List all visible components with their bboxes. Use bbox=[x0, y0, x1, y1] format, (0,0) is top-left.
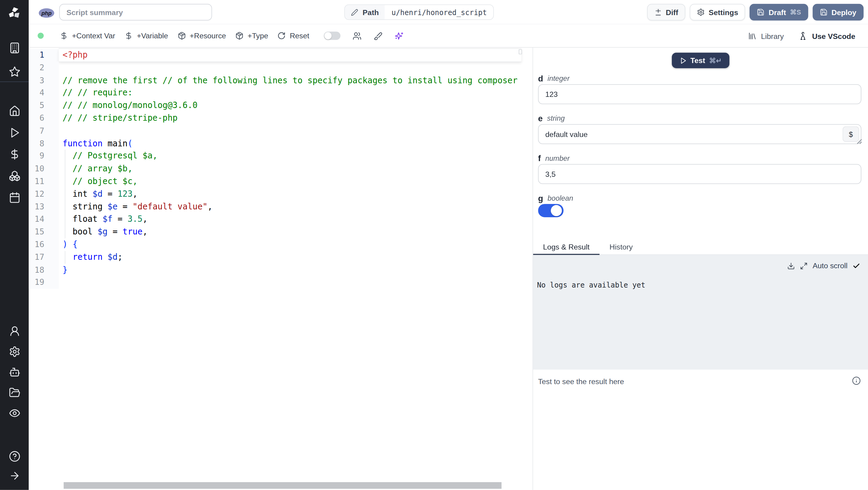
ai-assistant-button[interactable] bbox=[395, 31, 403, 40]
dollar-icon bbox=[125, 32, 133, 40]
sidebar-item-resources[interactable] bbox=[0, 165, 29, 187]
diff-button[interactable]: Diff bbox=[647, 4, 686, 21]
sidebar-group-footer bbox=[0, 446, 29, 486]
code-line[interactable]: 6// // stripe/stripe-php bbox=[29, 112, 532, 125]
line-number: 5 bbox=[29, 99, 59, 112]
deploy-label: Deploy bbox=[832, 8, 857, 17]
line-content bbox=[59, 62, 522, 74]
sidebar-item-home[interactable] bbox=[0, 100, 29, 122]
sidebar-item-help[interactable] bbox=[0, 446, 29, 466]
settings-button[interactable]: Settings bbox=[690, 4, 745, 21]
code-line[interactable]: 16) { bbox=[29, 238, 532, 251]
tab-logs-result[interactable]: Logs & Result bbox=[533, 240, 599, 255]
boolean-toggle-g[interactable] bbox=[538, 204, 563, 217]
sidebar-item-settings[interactable] bbox=[0, 341, 29, 362]
script-summary-input[interactable] bbox=[59, 4, 212, 21]
test-button[interactable]: Test ⌘↵ bbox=[672, 53, 730, 68]
line-content: // remove the first // of the following … bbox=[59, 74, 522, 87]
param-name: d bbox=[538, 73, 543, 83]
code-line[interactable]: 7 bbox=[29, 125, 532, 137]
code-line[interactable]: 8function main( bbox=[29, 137, 532, 150]
code-line[interactable]: 11 // object $c, bbox=[29, 175, 532, 188]
field-input-f[interactable] bbox=[538, 164, 861, 184]
indent-guide bbox=[65, 150, 65, 238]
add-context-var-button[interactable]: +Context Var bbox=[60, 32, 115, 40]
field-label-g: g boolean bbox=[538, 193, 573, 203]
path-editor[interactable]: Path u/henri/honored_script bbox=[344, 4, 494, 20]
sidebar-item-users[interactable] bbox=[0, 321, 29, 341]
topbar-actions: Diff Settings Draft ⌘S Deploy bbox=[647, 4, 864, 21]
help-icon bbox=[8, 451, 20, 462]
eye-icon bbox=[8, 407, 20, 419]
app-window: php Path u/henri/honored_script Diff Set… bbox=[0, 0, 868, 490]
code-line[interactable]: 17 return $d; bbox=[29, 251, 532, 264]
windmill-logo[interactable] bbox=[7, 6, 22, 21]
code-line[interactable]: 1<?php bbox=[29, 49, 532, 62]
multiplayer-toggle[interactable] bbox=[324, 32, 340, 40]
add-resource-button[interactable]: +Resource bbox=[178, 32, 226, 40]
library-label: Library bbox=[761, 32, 784, 40]
sidebar-item-variables[interactable] bbox=[0, 144, 29, 165]
code-line[interactable]: 3// remove the first // of the following… bbox=[29, 74, 532, 87]
reset-button[interactable]: Reset bbox=[278, 32, 309, 40]
code-line[interactable]: 10 // array $b, bbox=[29, 162, 532, 175]
sidebar-item-folders[interactable] bbox=[0, 382, 29, 403]
autoscroll-checkbox[interactable] bbox=[852, 262, 861, 270]
sidebar-item-schedules[interactable] bbox=[0, 187, 29, 208]
format-code-button[interactable] bbox=[373, 31, 382, 40]
info-icon[interactable] bbox=[852, 376, 861, 385]
sidebar-item-workers[interactable] bbox=[0, 362, 29, 382]
code-line[interactable]: 13 string $e = "default value", bbox=[29, 200, 532, 213]
code-line[interactable]: 15 bool $g = true, bbox=[29, 226, 532, 238]
multiplayer-users-icon[interactable] bbox=[352, 31, 361, 40]
use-vscode-button[interactable]: Use VScode bbox=[798, 31, 855, 41]
field-input-d[interactable] bbox=[538, 84, 861, 104]
draft-button[interactable]: Draft ⌘S bbox=[750, 4, 808, 21]
code-line[interactable]: 9 // Postgresql $a, bbox=[29, 150, 532, 163]
code-line[interactable]: 19 bbox=[29, 276, 532, 289]
library-button[interactable]: Library bbox=[748, 32, 784, 40]
line-number: 6 bbox=[29, 112, 59, 125]
param-name: e bbox=[538, 113, 542, 123]
dollar-icon bbox=[60, 32, 68, 40]
logs-panel: Auto scroll No logs are available yet bbox=[533, 255, 868, 370]
toggle-knob bbox=[324, 32, 332, 39]
code-editor[interactable]: 1<?php23// remove the first // of the fo… bbox=[29, 48, 532, 490]
pencil-icon bbox=[351, 8, 358, 16]
sidebar-group-main bbox=[0, 100, 29, 208]
add-variable-button[interactable]: +Variable bbox=[125, 32, 168, 40]
download-logs-icon[interactable] bbox=[787, 262, 795, 270]
deploy-button[interactable]: Deploy bbox=[812, 4, 864, 21]
line-number: 18 bbox=[29, 263, 59, 276]
line-content: <?php bbox=[59, 49, 522, 62]
overview-ruler-marker bbox=[519, 49, 522, 54]
add-type-button[interactable]: +Type bbox=[236, 32, 268, 40]
line-number: 2 bbox=[29, 62, 59, 74]
expand-logs-icon[interactable] bbox=[800, 262, 808, 270]
horizontal-scrollbar[interactable] bbox=[64, 482, 501, 489]
result-placeholder: Test to see the result here bbox=[538, 377, 624, 386]
add-type-label: +Type bbox=[248, 32, 268, 40]
param-type: integer bbox=[548, 74, 569, 82]
code-line[interactable]: 2 bbox=[29, 62, 532, 74]
sidebar-group-workspace bbox=[0, 36, 29, 84]
sidebar-item-runs[interactable] bbox=[0, 122, 29, 144]
code-line[interactable]: 5// // monolog/monolog@3.6.0 bbox=[29, 99, 532, 112]
star-icon bbox=[8, 66, 20, 78]
code-line[interactable]: 18} bbox=[29, 263, 532, 276]
field-input-e[interactable] bbox=[538, 124, 861, 144]
sidebar-item-favorites[interactable] bbox=[0, 60, 29, 84]
sidebar-item-audit-logs[interactable] bbox=[0, 403, 29, 423]
boxes-icon bbox=[8, 170, 20, 182]
sidebar-item-workspace[interactable] bbox=[0, 36, 29, 60]
code-line[interactable]: 4// // require: bbox=[29, 87, 532, 99]
sidebar-item-collapse-sidebar[interactable] bbox=[0, 466, 29, 486]
resize-grip[interactable] bbox=[857, 139, 862, 144]
line-number: 10 bbox=[29, 162, 59, 175]
code-line[interactable]: 12 int $d = 123, bbox=[29, 188, 532, 200]
reset-label: Reset bbox=[290, 32, 309, 40]
code-line[interactable]: 14 float $f = 3.5, bbox=[29, 213, 532, 226]
sidebar bbox=[0, 0, 29, 490]
vscode-icon bbox=[798, 31, 807, 41]
tab-history[interactable]: History bbox=[599, 240, 643, 255]
